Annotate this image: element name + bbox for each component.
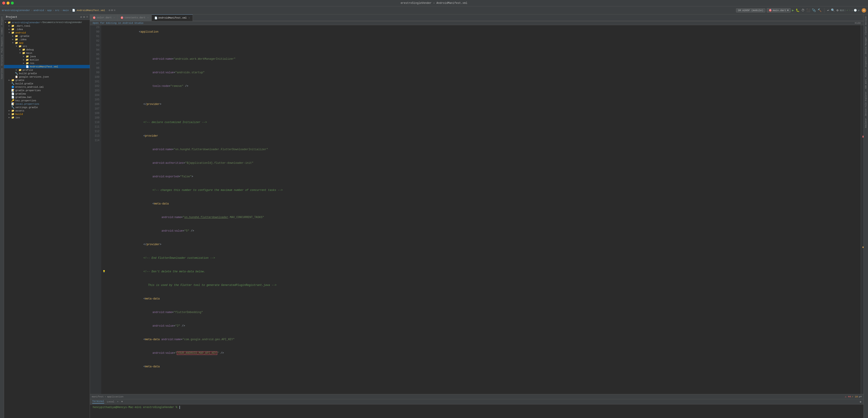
- tree-item-ios[interactable]: ▶ 📁 ios: [4, 116, 90, 119]
- breadcrumb-file[interactable]: 📄 AndroidManifest.xml: [72, 9, 105, 12]
- project-tree: ▼ 📁 erestroSingleVender ~/Documents/eres…: [4, 20, 90, 418]
- settings-btn[interactable]: ≡: [114, 9, 115, 12]
- tree-item-dot-gradle[interactable]: ▶ 📁 .gradle: [4, 34, 90, 38]
- hide-notification-button[interactable]: Hide: [855, 22, 861, 24]
- options-icon[interactable]: ≡: [86, 16, 88, 19]
- tab-close-color[interactable]: ✕: [114, 16, 115, 19]
- tab-androidmanifest[interactable]: 📄 AndroidManifest.xml ✕: [152, 14, 193, 21]
- tab-close-manifest[interactable]: ✕: [188, 17, 190, 19]
- sidebar-item-commit[interactable]: Commit: [1, 26, 3, 35]
- terminal-tab[interactable]: Terminal: [92, 400, 104, 404]
- tree-item-gradlew[interactable]: 📄 gradlew: [4, 92, 90, 95]
- user-avatar[interactable]: H: [862, 8, 866, 13]
- search-icon[interactable]: 🔍: [831, 8, 835, 12]
- error-count-status: ⚠ 44 ✓ 10 ▲▼: [845, 395, 862, 398]
- adb-wifi-panel[interactable]: ADB WiFi: [865, 78, 867, 90]
- breadcrumb-root[interactable]: erestroSingleVender: [2, 9, 30, 12]
- tree-item-build-gradle[interactable]: 🔧 build.gradle: [4, 82, 90, 85]
- tree-arrow-assets: ▶: [8, 110, 11, 112]
- tree-item-androidmanifest[interactable]: 📄 AndroidManifest.xml: [4, 65, 90, 68]
- tree-item-key-properties[interactable]: 🔑 key.properties: [4, 99, 90, 102]
- title-bar: erestroSingleVender – AndroidManifest.xm…: [0, 0, 868, 6]
- layout-icon[interactable]: ⊞: [84, 16, 85, 19]
- attach-icon[interactable]: 📎: [812, 8, 816, 12]
- flutter-outline-panel[interactable]: Flutter Outline: [865, 16, 867, 35]
- maximize-button[interactable]: [11, 2, 14, 4]
- tree-item-settings-gradle[interactable]: 🔧 settings.gradle: [4, 106, 90, 109]
- tree-item-build[interactable]: ▶ 📁 build: [4, 112, 90, 116]
- tree-item-build-gradle-app[interactable]: 🔧 build.gradle: [4, 72, 90, 75]
- tree-item-assets[interactable]: ▶ 📁 assets: [4, 109, 90, 112]
- settings-icon[interactable]: ⚙: [837, 8, 838, 12]
- flutter-inspector-panel[interactable]: Flutter Inspector: [865, 55, 867, 78]
- emulator-panel[interactable]: Emulator: [865, 117, 867, 129]
- tab-color-dart[interactable]: 🎯 color.dart ✕: [90, 14, 118, 21]
- breadcrumb-src[interactable]: src: [55, 9, 59, 12]
- sidebar-item-pull[interactable]: Pull Requests: [1, 36, 3, 53]
- tree-item-debug[interactable]: ▶ 📁 debug: [4, 48, 90, 51]
- tree-item-gradlew-bat[interactable]: 📄 gradlew.bat: [4, 95, 90, 99]
- tree-item-idea[interactable]: ▶ 📁 .idea: [4, 28, 90, 31]
- run-config[interactable]: 🎯 main.dart ▼: [767, 8, 791, 12]
- minimize-button[interactable]: [6, 2, 9, 4]
- project-tool-btn[interactable]: ⚙: [109, 8, 110, 12]
- project-header: Project ⚙ ⊞ ≡: [4, 14, 90, 20]
- git-check: ✓: [847, 9, 848, 12]
- terminal-cursor[interactable]: [180, 406, 182, 409]
- tree-item-res[interactable]: ▶ 📁 res: [4, 62, 90, 65]
- sidebar-item-favorites[interactable]: Favorites: [1, 67, 3, 80]
- right-scrollbar[interactable]: [861, 25, 864, 394]
- device-manager-panel[interactable]: Device Manager: [865, 36, 867, 55]
- breadcrumb-app[interactable]: app: [47, 9, 52, 12]
- gradlew-icon: 📄: [11, 92, 14, 95]
- close-button[interactable]: [2, 2, 5, 4]
- debug-icon[interactable]: 🐛: [796, 8, 800, 12]
- tree-item-profile[interactable]: ▶ 📁 profile: [4, 68, 90, 72]
- device-selector[interactable]: SM A205F (mobile): [736, 8, 765, 12]
- window-controls: [2, 2, 14, 4]
- tree-item-root[interactable]: ▼ 📁 erestroSingleVender ~/Documents/eres…: [4, 21, 90, 24]
- status-bar: manifest › application ⚠ 44 ✓ 10 ▲▼: [90, 394, 864, 399]
- breadcrumb-main[interactable]: main: [63, 9, 69, 12]
- code-content[interactable]: <application android:name="androidx.work…: [101, 25, 861, 394]
- tree-item-app[interactable]: ▼ 📁 app: [4, 41, 90, 44]
- git-status[interactable]: Git: ✓ ↑ ↓ 🕐 ↺: [840, 9, 860, 12]
- tree-item-idea2[interactable]: ▶ 📁 .idea: [4, 38, 90, 41]
- stop-icon[interactable]: ⬛: [806, 8, 810, 12]
- code-line-109: <meta-data: [102, 292, 860, 306]
- tree-label-local: local.properties: [16, 103, 39, 106]
- tree-item-android[interactable]: ▼ 📁 android: [4, 31, 90, 34]
- local-tab[interactable]: Local: [107, 400, 114, 403]
- tab-constants-dart[interactable]: 🎯 constants.dart ✕: [118, 14, 151, 21]
- breadcrumb-android[interactable]: android: [33, 9, 44, 12]
- tree-item-main[interactable]: ▼ 📁 main: [4, 51, 90, 55]
- project-panel-title: Project: [6, 16, 17, 19]
- tree-item-iml[interactable]: 🔷 erestro_android.iml: [4, 85, 90, 89]
- tree-item-kotlin[interactable]: ▶ 📁 kotlin: [4, 58, 90, 62]
- tree-item-src[interactable]: ▼ 📁 src: [4, 44, 90, 48]
- tree-item-local-properties[interactable]: 📝 local.properties: [4, 102, 90, 106]
- tree-item-gradle-folder[interactable]: ▶ 📁 gradle: [4, 79, 90, 82]
- gear-icon[interactable]: ⚙: [80, 16, 82, 19]
- sync-btn[interactable]: ⊞: [111, 8, 113, 12]
- expand-icon[interactable]: ▲▼: [859, 395, 862, 398]
- open-in-android-studio-link[interactable]: Open for Editing in Android Studio: [93, 22, 143, 24]
- run-icon[interactable]: ▶: [792, 8, 794, 12]
- tab-close-constants[interactable]: ✕: [147, 16, 149, 19]
- terminal-settings-icon[interactable]: ⚙: [860, 400, 861, 403]
- device-file-explorer-panel[interactable]: Device File Explorer: [865, 90, 867, 117]
- tree-item-google-services[interactable]: 📋 google-services.json: [4, 75, 90, 79]
- vcs-icon[interactable]: ↩: [827, 8, 829, 12]
- profile-icon[interactable]: ⏱: [801, 8, 804, 12]
- sidebar-item-structure[interactable]: Structure: [1, 54, 3, 67]
- tree-item-java[interactable]: ▶ 📁 java: [4, 55, 90, 58]
- code-line-96: <!-- declare customized Initializer -->: [102, 116, 860, 129]
- sidebar-item-project[interactable]: Project: [1, 16, 3, 26]
- tree-item-dart-tool[interactable]: ▶ 📁 .dart_tool: [4, 24, 90, 28]
- tree-label-path: ~/Documents/erestroSingleVender: [40, 21, 82, 24]
- tree-arrow-kotlin: ▶: [23, 59, 25, 61]
- build-icon[interactable]: 🔨: [817, 8, 822, 12]
- tree-item-gradle-properties[interactable]: 📝 gradle.properties: [4, 89, 90, 92]
- terminal-dropdown[interactable]: ▼: [121, 400, 123, 403]
- add-terminal-btn[interactable]: +: [117, 400, 119, 403]
